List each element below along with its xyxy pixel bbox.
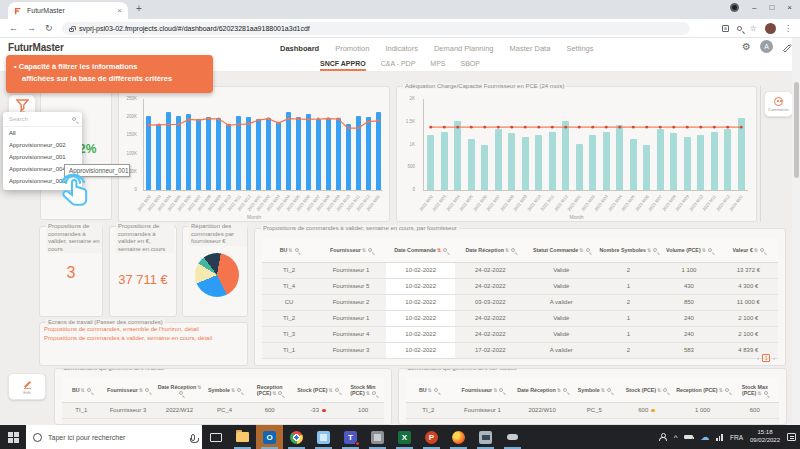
column-header[interactable]: BU⇅: [62, 378, 101, 402]
sort-icon[interactable]: ⇅: [81, 387, 85, 393]
sort-icon[interactable]: ⇅: [754, 247, 758, 253]
taskbar-search[interactable]: Taper ici pour rechercher: [26, 425, 202, 449]
onedrive-cloud-icon[interactable]: ☁: [700, 433, 709, 442]
nav-item-demand-planning[interactable]: Demand Planning: [434, 44, 494, 53]
window-maximize-button[interactable]: □: [769, 3, 774, 12]
column-header[interactable]: Statut Commande⇅: [525, 238, 597, 262]
column-search-icon[interactable]: [708, 248, 712, 252]
taskbar-app-task-view[interactable]: [202, 425, 229, 449]
column-search-icon[interactable]: [663, 388, 667, 392]
sort-icon[interactable]: ⇅: [505, 247, 509, 253]
column-header[interactable]: Date Réception⇅: [155, 378, 203, 402]
url-text[interactable]: svprj-psl03-02.fmprojects.cloud/#/dashbo…: [79, 25, 310, 32]
column-search-icon[interactable]: [179, 391, 183, 395]
column-header[interactable]: Date Réception⇅: [514, 378, 570, 402]
sort-icon[interactable]: ⇅: [329, 387, 333, 393]
nav-item-settings[interactable]: Settings: [566, 44, 593, 53]
people-icon[interactable]: [659, 433, 667, 441]
browser-profile-icon[interactable]: [730, 3, 739, 12]
sort-icon[interactable]: ⇅: [579, 247, 583, 253]
column-header[interactable]: BU⇅: [406, 378, 451, 402]
taskbar-app-photos[interactable]: [310, 425, 337, 449]
sort-icon[interactable]: ⇅: [757, 390, 761, 396]
back-button[interactable]: ←: [9, 23, 18, 33]
taskbar-app-paint[interactable]: [364, 425, 391, 449]
nav-item-indicators[interactable]: Indicators: [385, 44, 418, 53]
new-tab-button[interactable]: +: [136, 3, 142, 14]
page-next-icon[interactable]: ›: [773, 355, 775, 361]
battery-icon[interactable]: [684, 435, 693, 440]
nav-item-master-data[interactable]: Master Data: [510, 44, 551, 53]
dropdown-item[interactable]: All: [3, 127, 82, 139]
taskbar-app-file-explorer[interactable]: [229, 425, 256, 449]
column-search-icon[interactable]: [586, 248, 590, 252]
taskbar-app-firefox[interactable]: [445, 425, 472, 449]
column-header[interactable]: Date Réception⇅: [455, 238, 525, 262]
column-search-icon[interactable]: [145, 388, 149, 392]
column-header[interactable]: Reception (PCE)⇅: [675, 378, 731, 402]
sort-icon[interactable]: ⇅: [657, 387, 661, 393]
column-header[interactable]: BU⇅: [262, 238, 316, 262]
subtab-sncf-appro[interactable]: SNCF APPRO: [320, 60, 366, 71]
column-search-icon[interactable]: [499, 388, 503, 392]
table-row[interactable]: TI_1Fournisseur 310-02-202217-02-2022A v…: [262, 342, 778, 358]
sort-icon[interactable]: ⇅: [719, 387, 723, 393]
pagination[interactable]: ‹ 1 ›: [757, 354, 775, 362]
comments-button[interactable]: Comments: [764, 91, 793, 117]
column-search-icon[interactable]: [237, 388, 241, 392]
column-header[interactable]: Fournisseur⇅: [101, 378, 156, 402]
taskbar-app-remote-desktop[interactable]: [472, 425, 499, 449]
translate-icon[interactable]: a: [722, 25, 729, 32]
sort-icon[interactable]: ⇅: [647, 247, 651, 253]
table-row[interactable]: CUFournisseur 210-02-202203-03-2022A val…: [262, 294, 778, 310]
window-minimize-button[interactable]: –: [752, 3, 756, 12]
action-center-icon[interactable]: [787, 433, 796, 441]
column-search-icon[interactable]: [87, 388, 91, 392]
dropdown-item[interactable]: Approvisionneur_001: [3, 151, 82, 163]
page-number[interactable]: 1: [762, 354, 770, 362]
column-header[interactable]: Reception (PCE)⇅: [246, 378, 294, 402]
taskbar-app-excel[interactable]: [391, 425, 418, 449]
column-header[interactable]: Stock (PCE)⇅: [294, 378, 342, 402]
nav-item-promotion[interactable]: Promotion: [335, 44, 369, 53]
dropdown-search-input[interactable]: Search: [3, 112, 82, 127]
column-header[interactable]: Stock (PCE)⇅: [619, 378, 675, 402]
browser-avatar[interactable]: [765, 23, 776, 34]
window-close-button[interactable]: ×: [787, 3, 792, 12]
gear-icon[interactable]: ⚙: [742, 41, 751, 52]
column-header[interactable]: Valeur €⇅: [719, 238, 778, 262]
network-signal-icon[interactable]: [716, 434, 723, 441]
sort-icon[interactable]: ⇅: [601, 387, 605, 393]
column-search-icon[interactable]: [653, 248, 657, 252]
microphone-icon[interactable]: [191, 434, 195, 441]
sort-icon[interactable]: ⇅: [557, 387, 561, 393]
subtab-sbop[interactable]: SBOP: [460, 60, 479, 71]
edit-pencil-icon[interactable]: [782, 42, 792, 52]
page-prev-icon[interactable]: ‹: [757, 355, 759, 361]
browser-tab[interactable]: FuturMaster ×: [8, 2, 128, 19]
column-search-icon[interactable]: [368, 248, 372, 252]
zoom-icon[interactable]: [737, 26, 742, 31]
sort-icon[interactable]: ⇅: [272, 390, 276, 396]
column-header[interactable]: Stock Max (PCE)⇅: [730, 378, 779, 402]
sort-icon[interactable]: ⇅: [197, 384, 201, 390]
column-search-icon[interactable]: [760, 248, 764, 252]
column-search-icon[interactable]: [372, 391, 376, 395]
sort-icon[interactable]: ⇅: [288, 247, 292, 253]
column-search-icon[interactable]: [295, 248, 299, 252]
column-search-icon[interactable]: [563, 388, 567, 392]
clock[interactable]: 15:18 09/02/2022: [750, 429, 780, 445]
tray-chevron-up-icon[interactable]: ^: [674, 433, 678, 442]
sort-icon[interactable]: ⇅: [366, 390, 370, 396]
column-search-icon[interactable]: [335, 388, 339, 392]
sort-icon[interactable]: ⇅: [139, 387, 143, 393]
user-avatar[interactable]: A: [760, 40, 773, 53]
language-indicator[interactable]: FRA: [730, 434, 743, 441]
column-header[interactable]: Volume (PCE)⇅: [659, 238, 718, 262]
column-header[interactable]: Symbole⇅: [570, 378, 618, 402]
column-search-icon[interactable]: [511, 248, 515, 252]
column-header[interactable]: Fournisseur⇅: [316, 238, 386, 262]
subtab-mps[interactable]: MPS: [430, 60, 445, 71]
column-header[interactable]: Date Commande⇅: [386, 238, 456, 262]
browser-menu-icon[interactable]: ⋮: [784, 24, 792, 33]
